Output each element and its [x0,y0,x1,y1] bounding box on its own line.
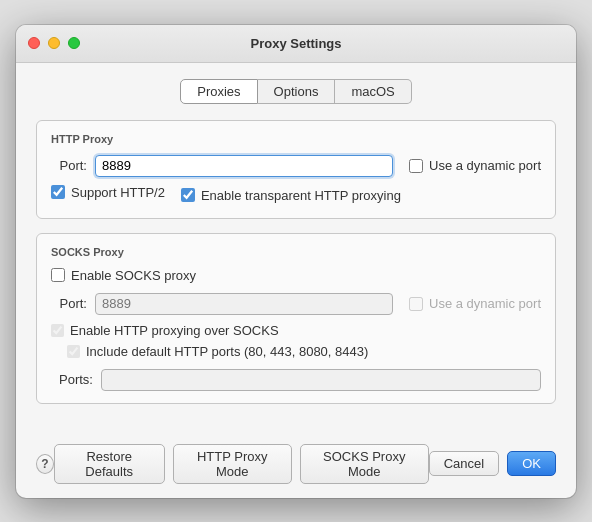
footer-action-buttons: Restore Defaults HTTP Proxy Mode SOCKS P… [54,444,429,484]
support-http2-row: Support HTTP/2 [51,185,165,200]
footer-confirm-buttons: Cancel OK [429,451,556,476]
enable-socks-row: Enable SOCKS proxy [51,268,541,283]
proxy-settings-window: Proxy Settings Proxies Options macOS HTT… [16,25,576,498]
socks-port-row: Port: Use a dynamic port [51,293,541,315]
footer: ? Restore Defaults HTTP Proxy Mode SOCKS… [16,434,576,498]
enable-http-over-socks-checkbox[interactable] [51,324,64,337]
enable-transparent-checkbox[interactable] [181,188,195,202]
socks-port-input[interactable] [95,293,393,315]
include-default-ports-checkbox[interactable] [67,345,80,358]
window-title: Proxy Settings [250,36,341,51]
ok-button[interactable]: OK [507,451,556,476]
main-content: Proxies Options macOS HTTP Proxy Port: U… [16,63,576,434]
minimize-button[interactable] [48,37,60,49]
socks-dynamic-port-checkbox[interactable] [409,297,423,311]
http-proxy-mode-button[interactable]: HTTP Proxy Mode [173,444,292,484]
socks-dynamic-port-row: Use a dynamic port [409,296,541,311]
support-http2-label: Support HTTP/2 [71,185,165,200]
http-port-row: Port: Use a dynamic port [51,155,541,177]
http-port-label: Port: [51,158,87,173]
socks-ports-label: Ports: [51,372,93,387]
http-dynamic-port-row: Use a dynamic port [409,158,541,173]
socks-proxy-mode-button[interactable]: SOCKS Proxy Mode [300,444,429,484]
socks-proxy-section: SOCKS Proxy Enable SOCKS proxy Port: Use… [36,233,556,404]
window-controls [28,37,80,49]
tab-macos[interactable]: macOS [335,79,411,104]
http-proxy-section-label: HTTP Proxy [51,133,541,145]
http-dynamic-port-checkbox[interactable] [409,159,423,173]
enable-transparent-label: Enable transparent HTTP proxying [201,188,401,203]
socks-ports-input[interactable] [101,369,541,391]
enable-transparent-row: Enable transparent HTTP proxying [181,188,401,203]
tab-options[interactable]: Options [258,79,336,104]
support-http2-checkbox[interactable] [51,185,65,199]
enable-socks-label: Enable SOCKS proxy [71,268,196,283]
tab-bar: Proxies Options macOS [36,79,556,104]
close-button[interactable] [28,37,40,49]
http-proxy-section: HTTP Proxy Port: Use a dynamic port Supp… [36,120,556,219]
help-button[interactable]: ? [36,454,54,474]
restore-defaults-button[interactable]: Restore Defaults [54,444,165,484]
cancel-button[interactable]: Cancel [429,451,499,476]
enable-http-over-socks-label: Enable HTTP proxying over SOCKS [70,323,279,338]
http-checkboxes-row: Support HTTP/2 Enable transparent HTTP p… [51,185,541,206]
socks-proxy-section-label: SOCKS Proxy [51,246,541,258]
socks-port-label: Port: [51,296,87,311]
maximize-button[interactable] [68,37,80,49]
include-default-ports-label: Include default HTTP ports (80, 443, 808… [86,344,368,359]
http-port-input[interactable] [95,155,393,177]
enable-http-over-socks-row: Enable HTTP proxying over SOCKS [51,323,541,338]
http-dynamic-port-label: Use a dynamic port [429,158,541,173]
enable-socks-checkbox[interactable] [51,268,65,282]
include-default-ports-row: Include default HTTP ports (80, 443, 808… [67,344,541,359]
socks-dynamic-port-label: Use a dynamic port [429,296,541,311]
titlebar: Proxy Settings [16,25,576,63]
tab-proxies[interactable]: Proxies [180,79,257,104]
socks-ports-row: Ports: [51,369,541,391]
